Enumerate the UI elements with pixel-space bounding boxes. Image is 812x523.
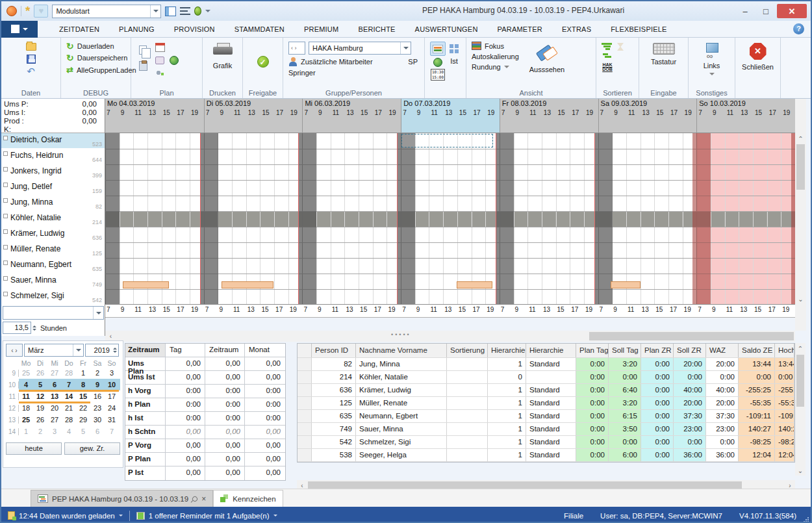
column-header[interactable]: Hierarchie <box>526 344 576 357</box>
schliessen-button[interactable]: ✕ Schließen <box>741 42 775 72</box>
calendar-day[interactable]: 2 <box>33 427 47 435</box>
resize-grip[interactable] <box>804 517 809 522</box>
employee-row[interactable]: Köhler, Natalie214 <box>1 211 105 227</box>
calendar-day[interactable]: 2 <box>90 369 105 377</box>
dauerladen-button[interactable]: ↻Dauerladen <box>66 42 125 51</box>
calendar-day[interactable]: 13 <box>47 392 62 400</box>
employee-checkbox[interactable] <box>3 229 8 234</box>
spinner-arrows[interactable] <box>32 325 36 331</box>
help-icon[interactable]: ? <box>793 23 804 34</box>
row-selector[interactable] <box>298 436 312 448</box>
calendar-day[interactable]: 20 <box>47 404 62 412</box>
calendar-day[interactable]: 3 <box>47 427 62 435</box>
column-header[interactable]: Nachname Vorname <box>356 344 447 357</box>
calendar-day[interactable]: 18 <box>19 404 33 412</box>
scroll-up-arrow[interactable]: ⌃ <box>795 343 806 353</box>
calendar-day[interactable]: 15 <box>76 392 90 400</box>
shift-bar[interactable] <box>611 281 641 288</box>
gantt-day-header-cell[interactable]: Fr 08.03.2019791113151719 <box>500 99 598 133</box>
scrollbar-thumb[interactable] <box>796 144 805 190</box>
list-view-icon[interactable] <box>180 7 190 15</box>
shift-bar[interactable] <box>123 281 169 288</box>
gantt-day-header-cell[interactable]: Di 05.03.2019791113151719 <box>204 99 303 133</box>
open-folder-icon[interactable] <box>26 43 36 51</box>
globe-icon[interactable] <box>433 58 442 67</box>
column-header[interactable]: WAZ <box>706 344 739 357</box>
gantt-day-header-cell[interactable]: Mi 06.03.2019791113151719 <box>302 99 401 133</box>
calendar-day[interactable]: 9 <box>90 381 105 389</box>
group-select[interactable]: HAKA Hamburg <box>309 42 411 55</box>
column-header[interactable]: Sortierung <box>447 344 488 357</box>
scroll-down-arrow[interactable]: ⌄ <box>795 294 806 304</box>
person-row[interactable]: 82Jung, Minna1Standard0:003:200:0020:002… <box>298 358 794 371</box>
maximize-button[interactable]: □ <box>756 4 776 18</box>
employee-checkbox[interactable] <box>3 245 8 249</box>
row-selector[interactable] <box>298 384 312 396</box>
calendar-day[interactable]: 26 <box>33 369 47 377</box>
row-selector[interactable] <box>298 423 312 435</box>
calendar-day[interactable]: 23 <box>90 404 105 412</box>
scrollbar-thumb[interactable] <box>589 332 794 340</box>
hak-dob-sort-icon[interactable]: HAKDOB <box>602 62 613 71</box>
employee-row[interactable]: Neumann, Egbert635 <box>1 258 105 274</box>
times-icon[interactable]: 10:3015:00 <box>431 69 445 81</box>
row-selector[interactable] <box>298 449 312 461</box>
links-dropdown-button[interactable]: Links <box>694 42 730 77</box>
gears-icon[interactable] <box>155 69 164 77</box>
gantt-horizontal-scrollbar[interactable]: ‹ <box>105 331 795 342</box>
menu-item-zeitdaten[interactable]: ZEITDATEN <box>49 21 109 37</box>
employee-checkbox[interactable] <box>3 167 8 172</box>
menu-item-parameter[interactable]: PARAMETER <box>488 21 552 37</box>
calendar-day[interactable]: 3 <box>105 369 119 377</box>
gantt-body[interactable] <box>105 133 795 305</box>
pin-icon[interactable] <box>191 495 198 502</box>
person-row[interactable]: 538Seeger, Helga1Standard0:006:000:0036:… <box>298 449 794 462</box>
employee-row[interactable]: Dietrich, Oskar523 <box>1 133 105 149</box>
status-data-loaded[interactable]: 12:44 Daten wurden geladen <box>1 511 129 520</box>
person-row[interactable]: 636Krämer, Ludwig1Standard0:006:400:0040… <box>298 384 794 397</box>
gantt-view-button[interactable] <box>430 42 446 56</box>
row-selector[interactable] <box>298 371 312 383</box>
calendar-day[interactable]: 11 <box>19 392 33 400</box>
person-row[interactable]: 125Müller, Renate1Standard0:003:200:0020… <box>298 397 794 410</box>
column-header[interactable]: Hierarchie <box>488 344 526 357</box>
calendar-day[interactable]: 26 <box>33 416 47 424</box>
globe-add-icon[interactable] <box>170 56 179 65</box>
save-icon[interactable] <box>27 55 36 64</box>
calendar-day[interactable]: 7 <box>62 381 76 389</box>
bug-icon[interactable] <box>194 6 201 16</box>
column-header[interactable]: Soll ZR <box>674 344 706 357</box>
autoskalierung-button[interactable]: Autoskalierung <box>472 53 519 60</box>
calendar-day[interactable]: 28 <box>62 416 76 424</box>
selected-period-button[interactable]: gew. Zr. <box>64 442 120 455</box>
calendar-day[interactable]: 17 <box>105 392 119 400</box>
employee-row[interactable]: Krämer, Ludwig636 <box>1 227 105 242</box>
minimize-button[interactable]: – <box>735 4 755 18</box>
calendar-day[interactable]: 1 <box>76 369 90 377</box>
panel-toggle-icon[interactable] <box>165 6 176 16</box>
tile-view-icon[interactable] <box>450 44 459 53</box>
column-header[interactable]: Plan Tag <box>576 344 609 357</box>
nav-menu-button[interactable] <box>1 21 38 38</box>
gantt-day-header-cell[interactable]: Do 07.03.2019791113151719 <box>401 99 500 133</box>
calendar-day[interactable]: 31 <box>105 416 119 424</box>
close-tab-icon[interactable]: × <box>201 496 206 502</box>
menu-item-berichte[interactable]: BERICHTE <box>348 21 405 37</box>
calendar-day[interactable]: 7 <box>105 427 119 435</box>
zusaetzliche-mitarbeiter-button[interactable]: Zusätzliche Mitarbeiter SP <box>288 57 419 66</box>
calendar-day[interactable]: 6 <box>90 427 105 435</box>
column-header[interactable]: Soll Tag <box>609 344 641 357</box>
calendar-day[interactable]: 24 <box>105 404 119 412</box>
employee-checkbox[interactable] <box>3 183 8 187</box>
scroll-down-arrow[interactable]: ⌄ <box>795 465 806 476</box>
ausssehen-button[interactable]: Ausssehen <box>526 42 568 75</box>
employee-checkbox[interactable] <box>3 276 8 281</box>
paste-icon[interactable] <box>139 61 147 71</box>
approve-check-icon[interactable]: ✓ <box>257 56 269 68</box>
tastatur-button[interactable]: Tastatur <box>644 42 683 67</box>
calendar-day[interactable]: 25 <box>19 369 33 377</box>
calendar-day[interactable]: 19 <box>33 404 47 412</box>
row-selector[interactable] <box>298 358 312 370</box>
calendar-day[interactable]: 22 <box>76 404 90 412</box>
dauerspeichern-button[interactable]: ↻Dauerspeichern <box>66 53 125 62</box>
